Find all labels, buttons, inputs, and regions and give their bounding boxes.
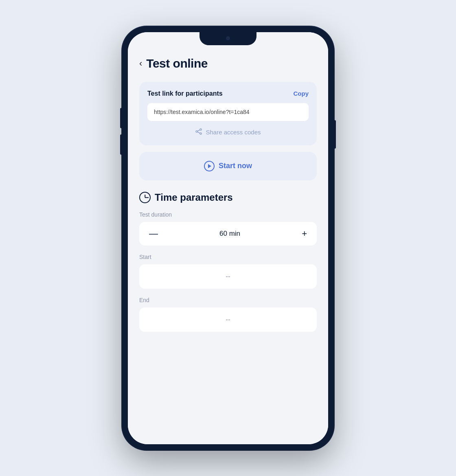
end-label: End — [139, 297, 317, 303]
svg-point-1 — [200, 133, 202, 134]
duration-stepper: — 60 min + — [139, 222, 317, 246]
end-date-field[interactable]: -- — [139, 307, 317, 332]
start-label: Start — [139, 254, 317, 260]
start-placeholder: -- — [226, 272, 230, 281]
duration-value: 60 min — [219, 230, 240, 238]
time-parameters-title: Time parameters — [155, 192, 233, 203]
phone-screen: ‹ Test online Test link for participants… — [128, 32, 328, 444]
clock-icon — [139, 192, 151, 203]
screen-content: ‹ Test online Test link for participants… — [128, 32, 328, 444]
copy-button[interactable]: Copy — [294, 90, 309, 97]
start-now-button[interactable]: Start now — [139, 152, 317, 180]
volume-down-button[interactable] — [120, 134, 122, 155]
decrement-button[interactable]: — — [147, 229, 160, 238]
phone-device: ‹ Test online Test link for participants… — [122, 26, 334, 450]
header: ‹ Test online — [139, 53, 317, 70]
increment-button[interactable]: + — [300, 229, 309, 238]
svg-line-4 — [197, 132, 200, 133]
duration-label: Test duration — [139, 211, 317, 218]
time-parameters-section: Time parameters — [139, 192, 317, 203]
card-title: Test link for participants — [147, 90, 223, 97]
power-button[interactable] — [334, 120, 336, 149]
start-date-field[interactable]: -- — [139, 264, 317, 289]
share-access-button[interactable]: Share access codes — [147, 127, 309, 138]
end-placeholder: -- — [226, 316, 230, 324]
url-display: https://test.examica.io/online?t=1ca84 — [147, 103, 309, 121]
page-title: Test online — [146, 57, 208, 70]
camera — [226, 36, 230, 40]
play-icon — [204, 161, 215, 171]
notch — [200, 32, 256, 45]
play-triangle — [208, 164, 211, 168]
share-icon — [195, 128, 202, 136]
start-now-label: Start now — [219, 162, 252, 170]
clock-minute-hand — [145, 197, 149, 198]
svg-line-3 — [197, 130, 200, 131]
test-link-card: Test link for participants Copy https://… — [139, 82, 317, 145]
svg-point-2 — [196, 131, 197, 132]
back-button[interactable]: ‹ — [139, 58, 142, 69]
share-access-label: Share access codes — [206, 129, 261, 136]
svg-point-0 — [200, 129, 202, 130]
card-header: Test link for participants Copy — [147, 90, 309, 97]
volume-up-button[interactable] — [120, 108, 122, 128]
